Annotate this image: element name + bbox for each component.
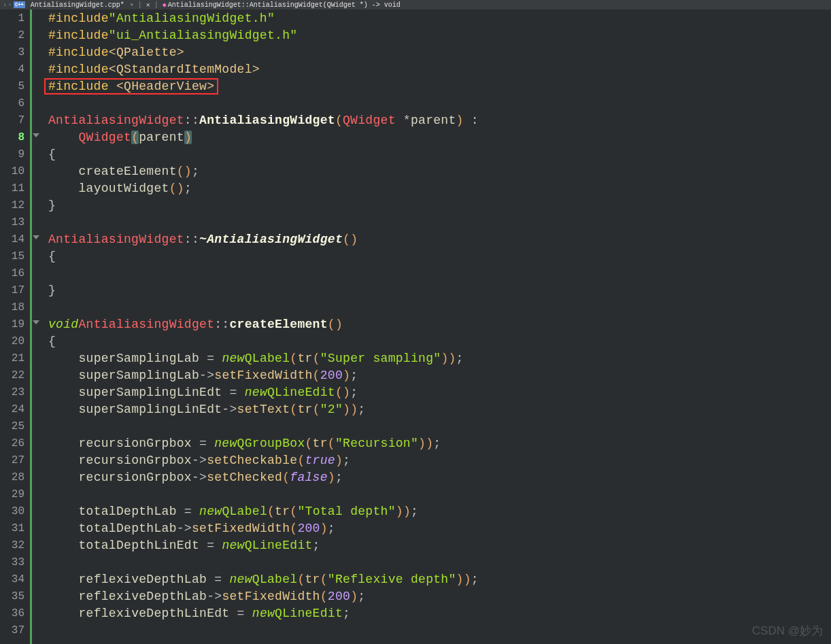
line-number: 36 xyxy=(0,605,30,622)
line-number: 19 xyxy=(0,316,30,333)
breadcrumb-separator: | xyxy=(152,1,161,9)
line-number: 7 xyxy=(0,112,30,129)
tab-filename[interactable]: AntialiasingWidget.cpp* xyxy=(27,1,129,9)
fold-toggle-icon[interactable] xyxy=(33,133,39,137)
line-number: 25 xyxy=(0,418,30,435)
line-number: 13 xyxy=(0,214,30,231)
line-number: 37 xyxy=(0,622,30,639)
line-number: 30 xyxy=(0,503,30,520)
matched-paren-close: ) xyxy=(184,131,192,144)
close-icon[interactable]: ✕ xyxy=(146,1,150,9)
dropdown-icon[interactable]: ▾ xyxy=(130,1,134,9)
line-number: 9 xyxy=(0,146,30,163)
line-number: 31 xyxy=(0,520,30,537)
line-number: 34 xyxy=(0,571,30,588)
line-number: 26 xyxy=(0,435,30,452)
line-number-gutter: 1234567891011121314151617181920212223242… xyxy=(0,10,32,644)
fold-toggle-icon[interactable] xyxy=(33,235,39,239)
line-number: 35 xyxy=(0,588,30,605)
code-area[interactable]: #include "AntialiasingWidget.h" #include… xyxy=(41,10,831,644)
line-number: 1 xyxy=(0,10,30,27)
line-number: 2 xyxy=(0,27,30,44)
line-number: 5 xyxy=(0,78,30,95)
fold-toggle-icon[interactable] xyxy=(33,320,39,324)
line-number: 10 xyxy=(0,163,30,180)
line-number: 32 xyxy=(0,537,30,554)
line-number: 24 xyxy=(0,401,30,418)
matched-paren-open: ( xyxy=(131,131,139,144)
line-number: 27 xyxy=(0,452,30,469)
tab-bar: › ▫ C++ AntialiasingWidget.cpp* ▾ | ✕ | … xyxy=(0,0,831,10)
line-number: 23 xyxy=(0,384,30,401)
line-number: 12 xyxy=(0,197,30,214)
fold-gutter xyxy=(32,10,41,644)
line-number: 21 xyxy=(0,350,30,367)
line-number: 16 xyxy=(0,265,30,282)
line-number: 4 xyxy=(0,61,30,78)
tab-separator: | xyxy=(135,1,145,9)
line-number: 6 xyxy=(0,95,30,112)
line-number: 28 xyxy=(0,469,30,486)
tag-icon: ◆ xyxy=(163,1,167,9)
line-number: 3 xyxy=(0,44,30,61)
line-number: 14 xyxy=(0,231,30,248)
line-number: 17 xyxy=(0,282,30,299)
breadcrumb[interactable]: AntialiasingWidget::AntialiasingWidget(Q… xyxy=(168,1,401,9)
code-editor[interactable]: 1234567891011121314151617181920212223242… xyxy=(0,10,831,644)
line-number: 15 xyxy=(0,248,30,265)
cpp-file-icon: C++ xyxy=(14,1,25,8)
line-number: 8 xyxy=(0,129,30,146)
line-number: 18 xyxy=(0,299,30,316)
watermark: CSDN @妙为 xyxy=(752,623,823,639)
line-number: 22 xyxy=(0,367,30,384)
line-number: 11 xyxy=(0,180,30,197)
line-number: 20 xyxy=(0,333,30,350)
pin-icon[interactable]: ▫ xyxy=(8,1,12,9)
highlighted-line-box: #include <QHeaderView> xyxy=(44,78,218,95)
line-number: 29 xyxy=(0,486,30,503)
line-number: 33 xyxy=(0,554,30,571)
nav-forward-icon[interactable]: › xyxy=(3,1,7,9)
